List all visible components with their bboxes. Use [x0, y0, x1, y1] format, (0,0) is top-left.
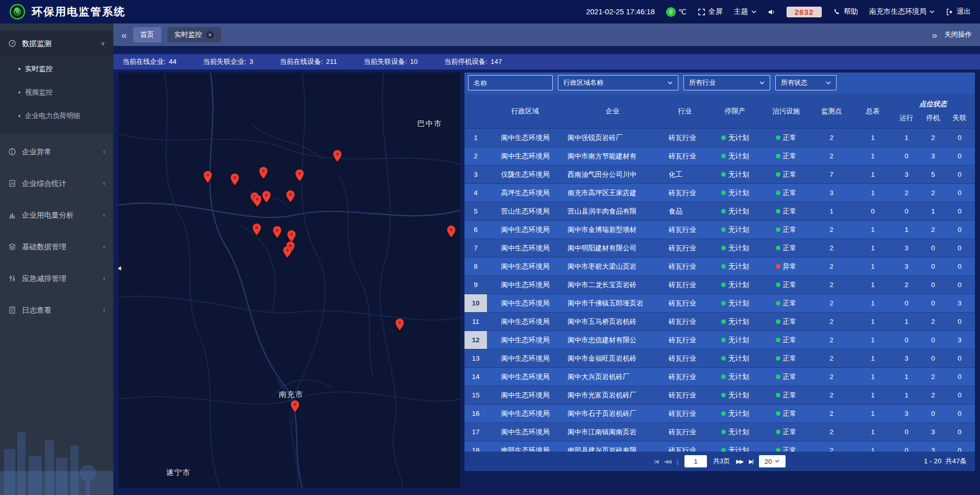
row-monitor-points: 3 — [811, 184, 852, 202]
col-header-run[interactable]: 运行 — [893, 113, 920, 123]
row-stopped-count: 2 — [920, 386, 946, 404]
map-pin[interactable] — [229, 173, 240, 186]
sidebar-group-0[interactable]: 数据监测∨ — [0, 31, 113, 56]
sidebar-item-0[interactable]: 实时监控 — [0, 57, 113, 81]
help-button[interactable]: 帮助 — [833, 7, 858, 16]
industry-filter-select[interactable]: 所有行业 — [683, 75, 770, 90]
status-dot-green — [721, 301, 726, 305]
theme-dropdown[interactable]: 主题 — [734, 7, 756, 16]
col-header-lost[interactable]: 失联 — [946, 113, 973, 123]
table-row[interactable]: 6阆中生态环境局阆中市金博瑞新型墙材砖瓦行业无计划正常21120 — [464, 221, 975, 239]
table-row[interactable]: 4高坪生态环境局南充市高坪区王家店建砖瓦行业无计划正常31220 — [464, 184, 975, 202]
logout-button[interactable]: 退出 — [946, 7, 971, 16]
table-row[interactable]: 9阆中生态环境局阆中市二龙长宝页岩砖砖瓦行业无计划正常21200 — [464, 276, 975, 294]
row-index: 11 — [464, 313, 487, 331]
layers-icon — [8, 243, 16, 251]
col-header-company[interactable]: 企业 — [564, 94, 662, 128]
next-page-button[interactable]: ▶▶ — [736, 458, 743, 465]
map-pin[interactable] — [285, 190, 296, 203]
col-header-limit[interactable]: 停限产 — [708, 94, 762, 128]
col-header-points[interactable]: 监测点 — [811, 94, 852, 128]
row-facility-status: 正常 — [762, 331, 811, 349]
map-pin[interactable] — [261, 191, 272, 204]
status-dot-green — [776, 135, 780, 140]
row-facility-status: 正常 — [762, 405, 811, 422]
row-industry: 砖瓦行业 — [662, 368, 708, 386]
row-stopped-count: 2 — [920, 368, 946, 386]
sidebar-item-2[interactable]: 企业电力负荷明细 — [0, 104, 113, 128]
table-row[interactable]: 14阆中生态环境局阆中大兴页岩机砖厂砖瓦行业无计划正常21120 — [464, 368, 975, 386]
row-company: 阆中大兴页岩机砖厂 — [564, 368, 662, 386]
row-running-count: 2 — [893, 184, 920, 202]
table-header: 行政区域 企业 行业 停限产 治污设施 监测点 总表 点位状态 运行 停机 失联 — [464, 94, 975, 129]
map-pin[interactable] — [332, 149, 342, 162]
col-header-facility[interactable]: 治污设施 — [762, 94, 811, 128]
close-operations-button[interactable]: 关闭操作 — [944, 30, 972, 39]
tabs-scroll-left-icon[interactable]: « — [121, 30, 127, 40]
map-pin[interactable] — [295, 169, 305, 182]
col-header-region[interactable]: 行政区域 — [487, 94, 564, 128]
main-layout: 数据监测∨实时监控视频监控企业电力负荷明细企业异常‹企业综合统计‹企业用电量分析… — [0, 23, 980, 495]
sidebar-group-2[interactable]: 企业综合统计‹ — [0, 171, 113, 196]
name-filter-input[interactable] — [468, 75, 553, 90]
row-running-count: 1 — [893, 313, 920, 331]
map-pin[interactable] — [395, 318, 405, 331]
table-row[interactable]: 8阆中生态环境局阆中市枣碧大梁山页岩砖瓦行业无计划异常21300 — [464, 257, 975, 276]
prev-page-button[interactable]: ◀◀ — [664, 458, 671, 465]
last-page-button[interactable]: ▶| — [749, 458, 752, 465]
status-filter-select[interactable]: 所有状态 — [775, 75, 837, 90]
status-dot-green — [721, 430, 726, 434]
table-row[interactable]: 17阆中生态环境局阆中市江南镇阆南页岩砖瓦行业无计划正常21030 — [464, 423, 975, 441]
close-tab-icon[interactable]: × — [206, 31, 214, 39]
map-pin[interactable] — [258, 167, 269, 180]
map-pin[interactable] — [251, 223, 262, 236]
sidebar-group-3[interactable]: 企业用电量分析‹ — [0, 202, 113, 228]
tabs-scroll-right-icon[interactable]: » — [932, 30, 937, 40]
sidebar-item-1[interactable]: 视频监控 — [0, 81, 113, 104]
region-filter-select[interactable]: 行政区域名称 — [558, 75, 678, 90]
fullscreen-button[interactable]: 全屏 — [698, 7, 723, 16]
chevron-left-icon: ‹ — [103, 243, 105, 250]
org-dropdown[interactable]: 南充市生态环境局 — [869, 7, 935, 16]
table-row[interactable]: 15阆中生态环境局阆中市光富页岩机砖厂砖瓦行业无计划正常21120 — [464, 386, 975, 405]
status-dot-green — [776, 301, 780, 305]
row-company: 阆中市金福旺页岩机砖 — [564, 349, 662, 367]
table-row[interactable]: 11阆中生态环境局阆中市五马桥页岩机砖砖瓦行业无计划正常21120 — [464, 313, 975, 331]
row-facility-status: 正常 — [762, 349, 811, 367]
table-row[interactable]: 13阆中生态环境局阆中市金福旺页岩机砖砖瓦行业无计划正常21300 — [464, 349, 975, 368]
table-row[interactable]: 16阆中生态环境局阆中市石子页岩机砖厂砖瓦行业无计划正常21300 — [464, 405, 975, 423]
table-row[interactable]: 7阆中生态环境局阆中明阳建材有限公司砖瓦行业无计划正常21300 — [464, 239, 975, 257]
map-pin[interactable] — [290, 400, 301, 413]
sidebar-group-4[interactable]: 基础数据管理‹ — [0, 234, 113, 260]
col-header-stop[interactable]: 停机 — [920, 113, 946, 123]
fullscreen-icon — [698, 8, 705, 16]
table-row[interactable]: 10阆中生态环境局阆中市千佛镇五郎垭页岩砖瓦行业无计划正常21003 — [464, 294, 975, 313]
alert-count-badge[interactable]: 2632 — [787, 7, 822, 17]
tab-realtime-monitor[interactable]: 实时监控 × — [167, 27, 221, 42]
map-pin[interactable] — [282, 246, 292, 259]
page-size-select[interactable]: 20 — [759, 455, 786, 467]
col-header-industry[interactable]: 行业 — [662, 94, 708, 128]
table-row[interactable]: 3仪陇生态环境局西南油气田分公司川中化工无计划正常71350 — [464, 166, 975, 184]
row-index: 6 — [464, 221, 487, 239]
map-pin[interactable] — [272, 225, 282, 239]
sidebar-group-6[interactable]: 日志查看‹ — [0, 297, 113, 323]
map-pin[interactable] — [446, 225, 456, 238]
col-header-meters[interactable]: 总表 — [852, 94, 893, 128]
speaker-icon[interactable] — [768, 8, 775, 16]
status-dot-red — [776, 264, 780, 269]
table-row[interactable]: 5营山生态环境局营山县润丰肉食品有限食品无计划正常10010 — [464, 202, 975, 221]
table-row[interactable]: 1阆中生态环境局阆中强锐页岩砖厂砖瓦行业无计划正常21120 — [464, 129, 975, 147]
status-dot-green — [721, 282, 726, 287]
phone-icon — [833, 8, 841, 16]
enterprise-table-panel: 行政区域名称 所有行业 所有状态 行政区域 企业 — [464, 73, 975, 471]
sidebar-group-5[interactable]: 应急减排管理‹ — [0, 266, 113, 291]
map[interactable]: 巴中市南充市遂宁市 ◀ — [118, 73, 460, 488]
first-page-button[interactable]: |◀ — [654, 458, 657, 465]
table-row[interactable]: 2阆中生态环境局阆中市南方节能建材有砖瓦行业无计划正常21030 — [464, 147, 975, 166]
map-pin[interactable] — [202, 171, 213, 184]
page-number-input[interactable] — [684, 455, 707, 467]
tab-home[interactable]: 首页 — [133, 27, 161, 42]
sidebar-group-1[interactable]: 企业异常‹ — [0, 139, 113, 164]
table-row[interactable]: 12阆中生态环境局阆中市忠信建材有限公砖瓦行业无计划正常21003 — [464, 331, 975, 349]
